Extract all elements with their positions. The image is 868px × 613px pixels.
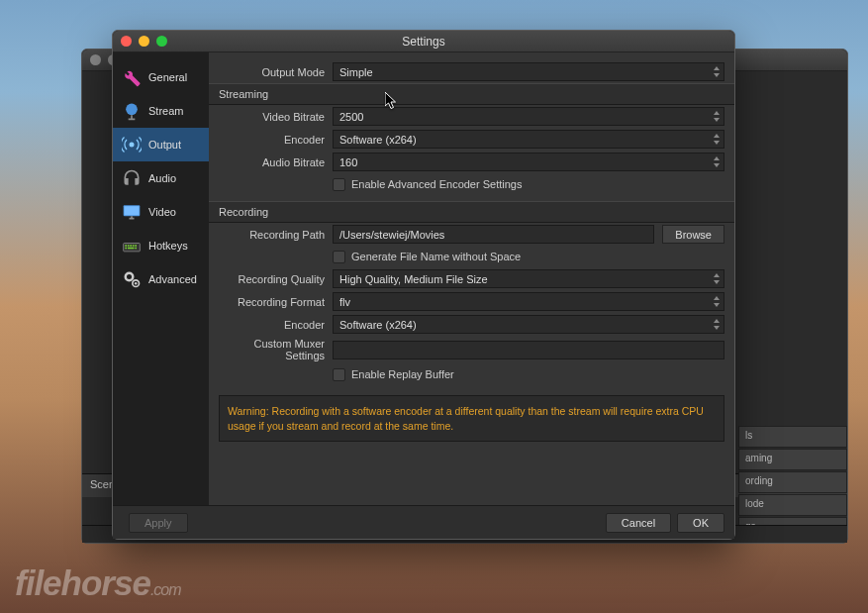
replay-buffer-label: Enable Replay Buffer: [351, 368, 454, 380]
sidebar-item-general[interactable]: General: [113, 60, 209, 94]
svg-rect-3: [125, 206, 140, 215]
svg-rect-9: [135, 245, 137, 247]
streaming-section-header: Streaming: [209, 83, 734, 105]
audio-bitrate-label: Audio Bitrate: [219, 156, 333, 168]
output-mode-select[interactable]: Simple: [333, 62, 724, 81]
checkbox-icon: [333, 178, 345, 191]
svg-point-1: [130, 143, 135, 148]
dialog-footer: Apply Cancel OK: [113, 505, 734, 539]
recording-path-label: Recording Path: [219, 229, 333, 241]
gears-icon: [121, 268, 143, 290]
recording-quality-label: Recording Quality: [219, 273, 333, 285]
recording-format-label: Recording Format: [219, 296, 333, 308]
browse-label: Browse: [675, 229, 712, 241]
chevron-updown-icon: [712, 294, 722, 309]
custom-muxer-label: Custom Muxer Settings: [219, 338, 333, 361]
sidebar-item-video[interactable]: Video: [113, 195, 209, 229]
recording-encoder-value: Software (x264): [339, 319, 417, 331]
advanced-encoder-checkbox[interactable]: Enable Advanced Encoder Settings: [333, 178, 724, 191]
sidebar-item-label: Stream: [148, 105, 183, 117]
output-mode-value: Simple: [339, 66, 373, 78]
svg-point-14: [135, 282, 138, 285]
bg-control-button[interactable]: ls: [738, 426, 847, 448]
bg-control-button[interactable]: ording: [738, 471, 847, 493]
svg-rect-7: [130, 245, 132, 247]
svg-rect-8: [133, 245, 135, 247]
svg-rect-5: [125, 245, 127, 247]
chevron-updown-icon: [712, 271, 722, 286]
sidebar-item-audio[interactable]: Audio: [113, 161, 209, 195]
video-bitrate-label: Video Bitrate: [219, 111, 333, 123]
stepper-icon[interactable]: [712, 109, 722, 124]
bg-control-button[interactable]: aming: [738, 449, 847, 470]
settings-dialog: Settings General Stream Output Audio Vid: [112, 30, 735, 540]
keyboard-icon: [121, 235, 143, 256]
watermark-text: filehorse: [15, 563, 150, 602]
chevron-updown-icon: [712, 154, 722, 169]
sidebar-item-label: Video: [148, 206, 176, 218]
gen-filename-checkbox[interactable]: Generate File Name without Space: [333, 251, 724, 263]
recording-encoder-label: Encoder: [219, 319, 333, 331]
svg-rect-12: [135, 248, 137, 250]
recording-encoder-select[interactable]: Software (x264): [333, 315, 724, 334]
bg-controls-dock: ls aming ording lode gs: [738, 426, 847, 497]
recording-format-value: flv: [339, 296, 350, 308]
audio-bitrate-value: 160: [339, 156, 357, 168]
filehorse-watermark: filehorse.com: [15, 563, 181, 603]
advanced-encoder-label: Enable Advanced Encoder Settings: [351, 178, 522, 190]
cancel-label: Cancel: [622, 517, 655, 529]
checkbox-icon: [333, 251, 345, 263]
checkbox-icon: [333, 368, 345, 381]
recording-quality-value: High Quality, Medium File Size: [339, 273, 488, 285]
bg-traffic-dot: [90, 54, 101, 65]
sidebar-item-label: Hotkeys: [148, 240, 188, 252]
gen-filename-label: Generate File Name without Space: [351, 251, 521, 262]
broadcast-icon: [121, 134, 143, 155]
apply-button[interactable]: Apply: [129, 513, 188, 533]
recording-path-input[interactable]: /Users/stewiej/Movies: [333, 225, 654, 244]
output-mode-label: Output Mode: [219, 66, 333, 78]
video-bitrate-input[interactable]: 2500: [333, 107, 724, 126]
recording-quality-select[interactable]: High Quality, Medium File Size: [333, 269, 724, 288]
bg-control-button[interactable]: lode: [738, 494, 847, 516]
monitor-icon: [121, 201, 143, 223]
sidebar-item-advanced[interactable]: Advanced: [113, 262, 209, 296]
watermark-suffix: .com: [150, 581, 181, 598]
settings-content: Output Mode Simple Streaming Video Bitra…: [209, 52, 734, 505]
globe-icon: [121, 100, 143, 122]
replay-buffer-checkbox[interactable]: Enable Replay Buffer: [333, 368, 724, 381]
ok-button[interactable]: OK: [677, 513, 724, 533]
streaming-encoder-value: Software (x264): [339, 134, 417, 146]
svg-rect-4: [124, 244, 141, 252]
audio-bitrate-select[interactable]: 160: [333, 153, 724, 171]
chevron-updown-icon: [712, 64, 722, 79]
sidebar-item-output[interactable]: Output: [113, 128, 209, 161]
sidebar-item-label: Advanced: [148, 273, 197, 285]
settings-sidebar: General Stream Output Audio Video Hotkey…: [113, 52, 209, 505]
svg-point-0: [126, 104, 138, 116]
video-bitrate-value: 2500: [339, 111, 363, 123]
ok-label: OK: [693, 517, 709, 529]
svg-rect-11: [128, 248, 135, 250]
chevron-updown-icon: [712, 317, 722, 332]
headphones-icon: [121, 167, 143, 189]
chevron-updown-icon: [712, 132, 722, 147]
sidebar-item-label: Audio: [148, 172, 176, 184]
apply-label: Apply: [145, 517, 172, 529]
streaming-encoder-label: Encoder: [219, 134, 333, 146]
svg-rect-10: [125, 248, 127, 250]
browse-button[interactable]: Browse: [662, 225, 724, 244]
cancel-button[interactable]: Cancel: [606, 513, 671, 533]
sidebar-item-label: General: [148, 71, 187, 83]
recording-path-value: /Users/stewiej/Movies: [339, 229, 444, 241]
recording-section-header: Recording: [209, 201, 734, 223]
streaming-encoder-select[interactable]: Software (x264): [333, 130, 724, 149]
sidebar-item-hotkeys[interactable]: Hotkeys: [113, 229, 209, 262]
recording-format-select[interactable]: flv: [333, 292, 724, 311]
wrench-icon: [121, 66, 143, 88]
dialog-title: Settings: [113, 35, 734, 49]
sidebar-item-stream[interactable]: Stream: [113, 94, 209, 128]
custom-muxer-input[interactable]: [333, 341, 724, 359]
dialog-titlebar[interactable]: Settings: [113, 31, 734, 52]
sidebar-item-label: Output: [148, 139, 181, 151]
